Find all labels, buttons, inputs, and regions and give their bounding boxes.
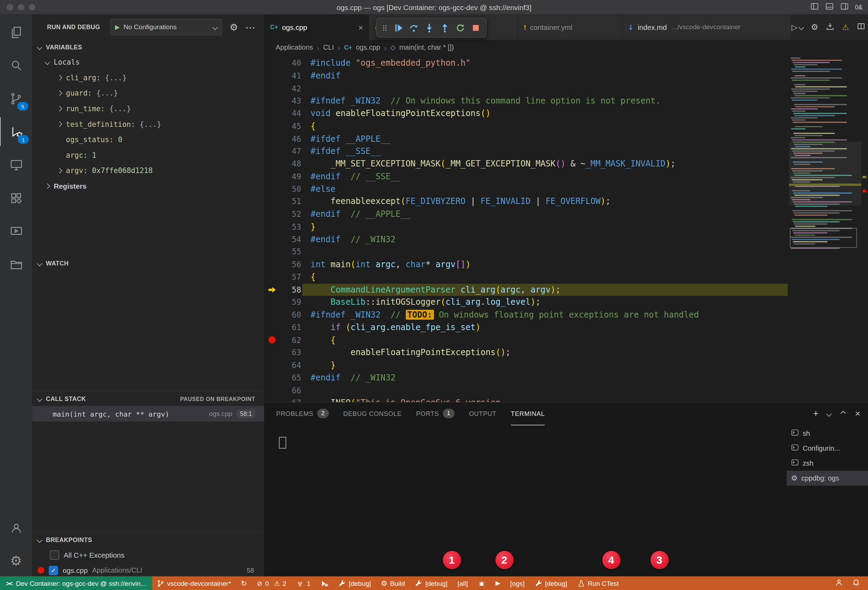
panel-tab-terminal[interactable]: TERMINAL [511,402,545,425]
exceptions-checkbox[interactable] [50,550,59,559]
editor-gutter[interactable]: 48 [265,158,302,170]
code-line[interactable]: 53} [265,221,788,233]
code-line[interactable]: 46#ifdef __APPLE__ [265,132,788,145]
editor-gutter[interactable]: 42 [265,82,302,94]
editor-gutter[interactable]: 51 [265,195,302,208]
warning-icon[interactable]: ⚠ [842,23,849,31]
editor-gutter[interactable]: 44 [265,107,302,120]
editor-gutter[interactable]: 60 [265,309,302,321]
code-line[interactable]: 57{ [265,271,788,284]
code-line[interactable]: 65#endif // _WIN32 [265,371,788,384]
code-line[interactable]: 47#ifdef __SSE__ [265,145,788,157]
tab-container-yml[interactable]: ! container.yml [518,14,622,40]
breakpoint-file-row[interactable]: ✓ ogs.cpp Applications/CLI 58 [32,562,264,577]
status-item-play[interactable]: ▶ [496,580,500,587]
call-stack-frame[interactable]: main(int argc, char ** argv) ogs.cpp 58:… [32,406,264,421]
code-line[interactable]: 41#endif [265,69,788,82]
sidebar-item-remote-explorer[interactable] [0,150,32,179]
status-item-1[interactable]: 1 [296,579,310,587]
code-line[interactable]: 45{ [265,120,788,132]
status-item-problems[interactable]: ⊘0⚠2 [257,579,286,587]
code-line[interactable]: 44void enableFloatingPointExceptions() [265,107,788,120]
minimap[interactable] [789,55,861,402]
editor-gutter[interactable]: 56 [265,258,302,271]
panel-tab-problems[interactable]: PROBLEMS2 [276,402,329,425]
terminal-item[interactable]: zsh [787,456,868,471]
editor-gutter[interactable]: 41 [265,69,302,82]
minimize-window-button[interactable] [18,4,24,10]
views-more-actions-button[interactable]: ··· [246,22,256,32]
editor-gutter[interactable]: 64 [265,359,302,371]
code-line[interactable]: 59 BaseLib::initOGSLogger(cli_arg.log_le… [265,296,788,309]
variable-row[interactable]: argc:1 [32,147,264,163]
code-line[interactable]: 52#endif // __APPLE__ [265,208,788,221]
breadcrumb-item[interactable]: CLI [323,44,334,51]
status-item-sync[interactable]: ↻ [241,579,247,587]
status-item-all[interactable]: [all] [458,579,468,587]
code-line[interactable]: 43#ifndef _WIN32 // On windows this comm… [265,95,788,107]
breakpoint-icon[interactable] [265,336,279,344]
tab-ogs-cpp[interactable]: C+ ogs.cpp × [265,14,369,40]
code-line[interactable]: 50#else [265,183,788,195]
terminal-item[interactable]: sh [787,426,868,441]
code-line[interactable]: 40#include "ogs_embedded_python.h" [265,57,788,69]
breadcrumb-item[interactable]: ogs.cpp [356,44,380,51]
editor-gutter[interactable]: 40 [265,57,302,69]
status-item-vscode-devcontainer[interactable]: vscode-devcontainer* [156,579,231,587]
editor-gutter[interactable]: 61 [265,321,302,334]
breadcrumb-item[interactable]: main(int, char * []) [399,44,454,51]
sidebar-item-extensions[interactable] [0,184,32,212]
breakpoint-checkbox[interactable]: ✓ [49,566,58,575]
restart-button[interactable] [456,23,465,32]
manage-button[interactable]: ⚙ [0,547,32,575]
variable-row[interactable]: ogs_status:0 [32,132,264,147]
breakpoints-section-header[interactable]: BREAKPOINTS [32,532,264,547]
panel-tab-output[interactable]: OUTPUT [469,402,496,425]
sidebar-item-source-control[interactable]: 5 [0,84,32,113]
toggle-panel-icon[interactable] [825,2,834,13]
variables-section-header[interactable]: VARIABLES [32,40,264,54]
editor-gutter[interactable]: 62 [265,334,302,346]
code-line[interactable]: 49#endif // __SSE__ [265,170,788,183]
editor-gutter[interactable]: 47 [265,145,302,157]
editor-gutter[interactable]: 65 [265,371,302,384]
maximize-panel-icon[interactable] [839,409,847,419]
code-line[interactable]: 42 [265,82,788,94]
terminal-item[interactable]: ⚙cppdbg: ogs [787,471,868,486]
close-window-button[interactable] [7,4,13,10]
new-terminal-button[interactable]: + [813,408,819,419]
status-item-debug[interactable] [320,579,328,587]
toggle-secondary-sidebar-icon[interactable] [840,2,849,13]
code-line[interactable]: 60#ifndef _WIN32 // TODO: On windows flo… [265,309,788,321]
code-line[interactable]: 67 INFO("This is OpenGeoSys-6 version [265,397,788,402]
breadcrumb-item[interactable]: Applications [276,44,313,51]
toggle-sidebar-icon[interactable] [810,2,819,13]
editor-gutter[interactable]: 67 [265,397,302,402]
variable-row[interactable]: run_time:{...} [32,101,264,116]
editor-gutter[interactable]: 50 [265,183,302,195]
step-into-button[interactable] [425,23,434,32]
code-editor[interactable]: 40#include "ogs_embedded_python.h"41#end… [265,55,868,402]
sidebar-item-run-and-debug[interactable]: 1 [0,117,33,146]
panel-tab-debug-console[interactable]: DEBUG CONSOLE [343,402,402,425]
status-item-debug[interactable]: [debug] [534,579,567,587]
code-line[interactable]: 63 enableFloatingPointExceptions(); [265,346,788,359]
code-line[interactable]: 62 { [265,334,788,346]
editor-gutter[interactable]: 66 [265,384,302,397]
editor-gutter[interactable]: 58 [265,284,302,296]
chevron-down-icon[interactable] [826,411,831,416]
tab-index-md[interactable]: ↓ index.md .../vscode-devcontainer [622,14,791,40]
code-line[interactable]: 54#endif // _WIN32 [265,233,788,246]
watch-section-header[interactable]: WATCH [32,255,264,270]
terminal-item[interactable]: Configurin... [787,441,868,456]
sidebar-item-search[interactable] [0,51,32,79]
editor-gutter[interactable]: 54 [265,233,302,246]
zoom-window-button[interactable] [29,4,35,10]
debug-configuration-select[interactable]: ▶ No Configurations [110,19,222,35]
editor-gutter[interactable]: 57 [265,271,302,284]
status-item-Build[interactable]: ⚙Build [381,579,405,587]
status-item-ogs[interactable]: [ogs] [510,579,524,587]
editor-gutter[interactable]: 52 [265,208,302,221]
editor-scrollbar[interactable] [861,55,868,402]
editor-gutter[interactable]: 49 [265,170,302,183]
